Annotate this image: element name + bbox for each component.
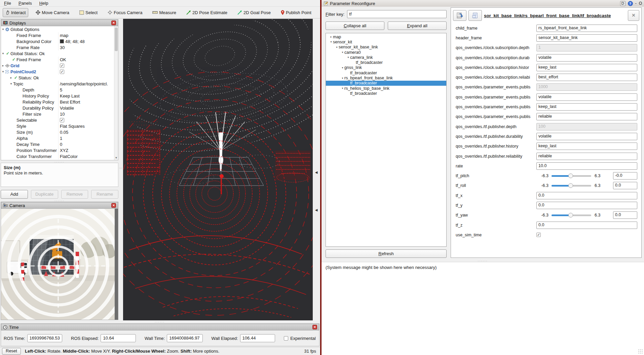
tree-node-tf-broadcaster[interactable]: tf_broadcaster bbox=[326, 91, 446, 96]
camera-panel-header[interactable]: Camera bbox=[1, 202, 118, 209]
slider-handle[interactable] bbox=[568, 173, 573, 178]
param-value-input[interactable]: 0.0 bbox=[613, 182, 637, 189]
load-params-button[interactable] bbox=[468, 10, 482, 21]
menu-file[interactable]: File bbox=[4, 1, 11, 6]
tree-row-decay-time[interactable]: Decay Time0 bbox=[1, 141, 114, 147]
vertical-splitter[interactable]: ⋮ bbox=[118, 19, 123, 320]
tree-node-tf-broadcaster[interactable]: tf_broadcaster bbox=[326, 60, 446, 65]
close-node-button[interactable] bbox=[628, 10, 639, 21]
param-input[interactable]: 0.0 bbox=[536, 222, 637, 229]
pointcloud-enabled-checkbox[interactable] bbox=[60, 70, 64, 74]
tree-row-fixed-frame-status[interactable]: ✓Fixed FrameOK bbox=[1, 56, 114, 63]
add-button[interactable]: Add bbox=[1, 190, 28, 199]
collapse-left-arrow-icon[interactable]: ◀ bbox=[314, 169, 319, 175]
tree-row-durability-policy[interactable]: Durability PolicyVolatile bbox=[1, 105, 114, 111]
selectable-checkbox[interactable] bbox=[60, 118, 64, 122]
param-value-input[interactable]: 0.0 bbox=[613, 211, 637, 219]
tree-node-sensor-kit-base-link[interactable]: sensor_kit_base_link bbox=[326, 45, 446, 50]
tree-row-size-m[interactable]: Size (m)0.05 bbox=[1, 129, 114, 135]
param-input[interactable]: keep_last bbox=[536, 103, 637, 111]
slider-handle[interactable] bbox=[568, 183, 573, 188]
tree-node-rs-bpearl-front-base-link[interactable]: rs_bpearl_front_base_link bbox=[326, 75, 446, 80]
tree-node-sensor-kit[interactable]: sensor_kit bbox=[326, 39, 446, 44]
expander-icon[interactable] bbox=[335, 46, 339, 49]
node-path-title[interactable]: sor_kit_base_link/rs_bpearl_front_base_l… bbox=[484, 13, 626, 18]
tool-focus-camera[interactable]: Focus Camera bbox=[105, 8, 145, 17]
rename-button[interactable]: Rename bbox=[91, 190, 118, 199]
param-input[interactable]: volatile bbox=[536, 54, 637, 62]
expander-icon[interactable] bbox=[346, 56, 350, 59]
reconfigure-titlebar[interactable]: Parameter Reconfigure D ? - O bbox=[321, 0, 644, 7]
remove-button[interactable]: Remove bbox=[61, 190, 88, 199]
tree-row-pointcloud2[interactable]: PointCloud2 bbox=[1, 69, 114, 75]
tree-row-color-transformer[interactable]: Color TransformerFlatColor bbox=[1, 153, 114, 159]
tree-node-camera0[interactable]: camera0 bbox=[326, 50, 446, 55]
param-input[interactable]: keep_last bbox=[536, 64, 637, 71]
displays-scrollbar[interactable]: ▼ bbox=[114, 26, 118, 160]
tool-move-camera[interactable]: Move Camera bbox=[33, 8, 72, 17]
param-input[interactable]: volatile bbox=[536, 133, 637, 140]
menu-panels[interactable]: Panels bbox=[18, 1, 32, 6]
tree-row-fixed-frame[interactable]: Fixed Framemap bbox=[1, 32, 114, 38]
experimental-checkbox[interactable] bbox=[284, 336, 288, 341]
expander-icon[interactable] bbox=[9, 82, 13, 85]
tree-row-global-status[interactable]: ✓Global Status: Ok bbox=[1, 50, 114, 56]
camera-close-button[interactable] bbox=[111, 203, 116, 208]
expander-icon[interactable] bbox=[1, 70, 5, 73]
menu-help[interactable]: Help bbox=[39, 1, 48, 6]
collapse-left-arrow-icon[interactable]: ◀ bbox=[314, 207, 319, 213]
dock-button[interactable]: D bbox=[620, 1, 626, 6]
save-params-button[interactable] bbox=[453, 10, 466, 21]
param-input[interactable]: 0.0 bbox=[536, 202, 637, 209]
expander-icon[interactable] bbox=[1, 52, 5, 55]
tree-row-depth[interactable]: Depth5 bbox=[1, 87, 114, 93]
wall-elapsed-input[interactable]: 106.44 bbox=[240, 334, 275, 342]
tree-row-status-ok[interactable]: ✓Status: Ok bbox=[1, 75, 114, 81]
param-input[interactable]: keep_last bbox=[536, 143, 637, 150]
expander-icon[interactable] bbox=[329, 35, 333, 38]
tree-node-tf-broadcaster-selected[interactable]: tf_broadcaster bbox=[326, 81, 446, 86]
filter-key-input[interactable]: tf bbox=[347, 10, 447, 18]
scrollbar-down-arrow-icon[interactable]: ▼ bbox=[114, 156, 118, 160]
tree-node-map[interactable]: map bbox=[326, 34, 446, 39]
tree-row-filter-size[interactable]: Filter size10 bbox=[1, 111, 114, 117]
param-input[interactable]: rs_bpearl_front_base_link bbox=[536, 25, 637, 32]
tree-row-alpha[interactable]: Alpha1 bbox=[1, 135, 114, 141]
tree-node-gnss-link[interactable]: gnss_link bbox=[326, 65, 446, 70]
tree-row-selectable[interactable]: Selectable bbox=[1, 117, 114, 123]
ros-time-input[interactable]: 1693996768.53 bbox=[27, 334, 63, 342]
tf-yaw-slider[interactable] bbox=[552, 214, 591, 216]
tree-row-style[interactable]: StyleFlat Squares bbox=[1, 123, 114, 129]
expander-icon[interactable] bbox=[1, 64, 5, 67]
expander-icon[interactable] bbox=[341, 87, 344, 90]
use-sim-time-checkbox[interactable] bbox=[536, 233, 541, 237]
tree-node-tf-broadcaster[interactable]: tf_broadcaster bbox=[326, 70, 446, 75]
expand-all-button[interactable]: Expand all bbox=[388, 22, 447, 30]
tree-row-grid[interactable]: Grid bbox=[1, 63, 114, 69]
param-input[interactable]: reliable bbox=[536, 113, 637, 120]
tool-interact[interactable]: Interact bbox=[3, 8, 28, 17]
expander-icon[interactable] bbox=[1, 28, 5, 31]
tool-select[interactable]: Select bbox=[77, 8, 100, 17]
expander-icon[interactable] bbox=[341, 77, 344, 80]
tree-node-rs-helios-top-base-link[interactable]: rs_helios_top_base_link bbox=[326, 86, 446, 91]
param-input[interactable]: best_effort bbox=[536, 74, 637, 81]
param-input[interactable]: sensor_kit_base_link bbox=[536, 34, 637, 42]
horizontal-splitter[interactable]: ······ bbox=[321, 259, 644, 262]
param-input[interactable]: 10.0 bbox=[536, 162, 637, 170]
duplicate-button[interactable]: Duplicate bbox=[31, 190, 58, 199]
reset-button[interactable]: Reset bbox=[2, 348, 21, 355]
scrollbar-thumb[interactable] bbox=[115, 28, 118, 51]
tree-row-global-options[interactable]: Global Options bbox=[1, 26, 114, 32]
expander-icon[interactable] bbox=[329, 40, 333, 43]
param-input[interactable]: 0.0 bbox=[536, 192, 637, 199]
tree-row-background-color[interactable]: Background Color48; 48; 48 bbox=[1, 38, 114, 44]
expander-icon[interactable] bbox=[9, 76, 13, 79]
tool-2d-goal-pose[interactable]: 2D Goal Pose bbox=[235, 8, 273, 17]
tree-row-history-policy[interactable]: History PolicyKeep Last bbox=[1, 93, 114, 99]
tree-row-position-transformer[interactable]: Position TransformerXYZ bbox=[1, 147, 114, 153]
tree-row-reliability-policy[interactable]: Reliability PolicyBest Effort bbox=[1, 99, 114, 105]
tool-publish-point[interactable]: Publish Point bbox=[278, 8, 314, 17]
resize-grip[interactable] bbox=[638, 349, 643, 354]
time-panel-header[interactable]: Time bbox=[1, 324, 319, 330]
